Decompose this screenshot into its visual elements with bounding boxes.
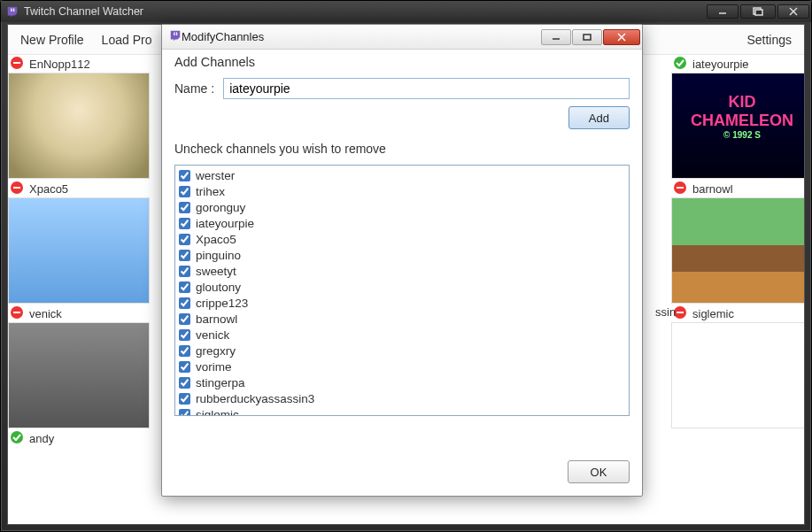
checklist-row[interactable]: vorime (177, 359, 627, 374)
channel-thumb (671, 197, 804, 304)
status-online-icon (10, 430, 26, 446)
checklist-row[interactable]: sweetyt (177, 263, 627, 279)
channel-thumb (8, 322, 150, 428)
svg-rect-4 (755, 10, 762, 15)
minimize-button[interactable] (707, 4, 739, 19)
channel-checkbox[interactable] (179, 377, 190, 389)
checklist-row[interactable]: barnowl (177, 311, 627, 327)
channel-checkbox[interactable] (179, 218, 190, 229)
channel-label: siglemic (692, 307, 734, 320)
channel-checkbox[interactable] (179, 170, 190, 181)
checklist-row[interactable]: pinguino (177, 247, 627, 263)
channel-item[interactable]: iateyourpie KID CHAMELEON © 1992 S (671, 55, 804, 179)
status-offline-icon (10, 56, 26, 72)
channel-item[interactable]: venick (8, 305, 159, 428)
name-label: Name : (174, 81, 214, 96)
checklist-row[interactable]: Xpaco5 (177, 231, 627, 247)
channel-item[interactable]: EnNopp112 (8, 55, 159, 179)
close-button[interactable] (777, 4, 809, 19)
checklist-label: gloutony (196, 281, 241, 294)
svg-point-11 (674, 57, 686, 69)
svg-rect-17 (584, 35, 591, 40)
channel-checkbox[interactable] (179, 329, 190, 341)
channel-checkbox[interactable] (179, 266, 190, 277)
checklist-label: crippe123 (196, 297, 248, 310)
channel-checkbox[interactable] (179, 361, 190, 373)
section-add-channels: Add Channels (174, 55, 630, 69)
dialog-maximize-button[interactable] (572, 29, 602, 45)
channel-label: iateyourpie (692, 58, 749, 71)
channel-checkbox[interactable] (179, 393, 190, 405)
menu-load-profile[interactable]: Load Pro (102, 33, 152, 47)
dialog-title: ModifyChannles (182, 30, 264, 43)
channel-checkbox[interactable] (179, 297, 190, 309)
status-online-icon (673, 56, 689, 72)
channel-checklist[interactable]: werstertrihexgoronguyiateyourpieXpaco5pi… (174, 165, 630, 416)
channel-thumb (8, 73, 150, 179)
svg-rect-1 (13, 9, 14, 12)
checklist-row[interactable]: crippe123 (177, 295, 627, 311)
checklist-row[interactable]: venick (177, 327, 627, 343)
channel-checkbox[interactable] (179, 202, 190, 213)
checklist-label: trihex (196, 185, 225, 198)
maximize-button[interactable] (740, 4, 776, 19)
remove-instruction: Uncheck channels you wish to remove (174, 142, 630, 156)
channel-thumb: KID CHAMELEON © 1992 S (671, 73, 804, 179)
channel-item[interactable]: Xpaco5 (8, 180, 159, 304)
modify-channels-dialog: ModifyChannles Add Channels Name : Add U… (161, 24, 643, 497)
dialog-close-button[interactable] (603, 29, 640, 45)
channel-item[interactable]: barnowl (671, 180, 804, 304)
checklist-label: pinguino (196, 249, 241, 262)
checklist-label: gregxry (196, 344, 236, 358)
status-offline-icon (10, 181, 26, 197)
checklist-row[interactable]: trihex (177, 183, 627, 199)
checklist-row[interactable]: siglemic (177, 406, 627, 416)
dialog-titlebar[interactable]: ModifyChannles (162, 25, 642, 50)
checklist-row[interactable]: rubberduckyassassin3 (177, 390, 627, 406)
titlebar[interactable]: Twitch Channel Watcher (1, 1, 811, 22)
app-window: Twitch Channel Watcher New Profile Load … (0, 0, 812, 532)
channel-item[interactable]: ssin siglemic (671, 305, 804, 428)
checklist-label: goronguy (196, 201, 245, 214)
channel-label: EnNopp112 (29, 58, 90, 71)
channel-checkbox[interactable] (179, 186, 190, 197)
status-offline-icon (673, 181, 689, 197)
checklist-row[interactable]: werster (177, 167, 627, 183)
checklist-label: Xpaco5 (196, 233, 236, 246)
checklist-label: stingerpa (196, 376, 245, 389)
checklist-row[interactable]: gloutony (177, 279, 627, 295)
checklist-row[interactable]: iateyourpie (177, 215, 627, 231)
window-title: Twitch Channel Watcher (24, 5, 143, 18)
channel-checkbox[interactable] (179, 313, 190, 325)
add-button[interactable]: Add (568, 106, 630, 129)
checklist-label: siglemic (196, 408, 239, 417)
checklist-label: vorime (196, 360, 232, 374)
checklist-row[interactable]: goronguy (177, 199, 627, 215)
channel-label: andy (29, 432, 54, 445)
twitch-icon (169, 29, 182, 44)
channel-thumb (8, 197, 150, 304)
checklist-row[interactable]: stingerpa (177, 374, 627, 390)
svg-rect-0 (11, 9, 12, 12)
dialog-minimize-button[interactable] (541, 29, 571, 45)
channel-checkbox[interactable] (179, 345, 190, 357)
menu-new-profile[interactable]: New Profile (20, 33, 84, 47)
channel-item[interactable]: andy (8, 429, 159, 447)
channel-checkbox[interactable] (179, 409, 190, 417)
ok-button[interactable]: OK (568, 460, 630, 483)
channel-label: Xpaco5 (29, 182, 68, 196)
channel-checkbox[interactable] (179, 281, 190, 293)
twitch-icon (6, 5, 19, 18)
svg-rect-15 (176, 33, 177, 36)
checklist-row[interactable]: gregxry (177, 343, 627, 359)
channel-checkbox[interactable] (179, 250, 190, 261)
svg-point-10 (11, 431, 23, 443)
checklist-label: barnowl (196, 312, 237, 326)
checklist-label: werster (196, 169, 235, 182)
channel-label-partial: ssin (655, 305, 676, 319)
channel-name-input[interactable] (223, 78, 630, 99)
checklist-label: iateyourpie (196, 217, 254, 230)
channel-checkbox[interactable] (179, 234, 190, 245)
menu-settings[interactable]: Settings (746, 33, 792, 47)
status-offline-icon (10, 305, 26, 321)
